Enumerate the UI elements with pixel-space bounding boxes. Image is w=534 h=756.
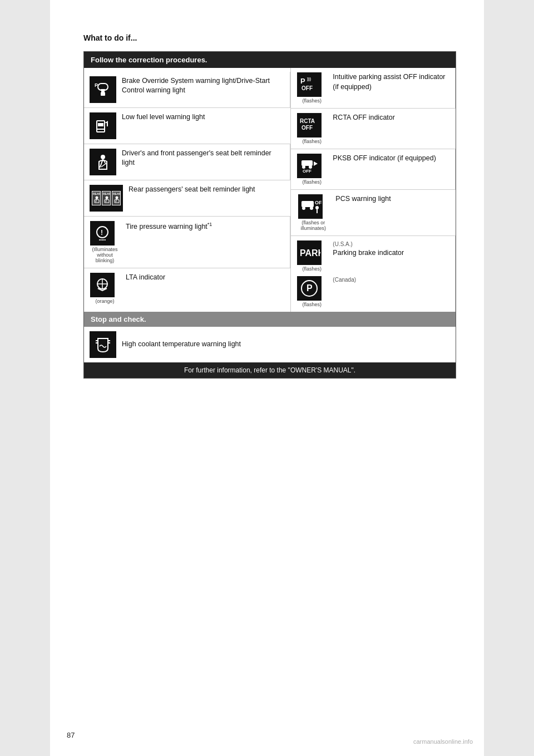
rcta-off-icon-group: RCTA OFF (flashes) [296,113,327,144]
table-header-row: Follow the correction procedures. [84,52,456,68]
pcs-icon-group: OFF (flashes or illuminates) [296,194,330,231]
svg-text:•••••: ••••• [98,238,106,242]
svg-point-11 [101,155,105,159]
list-item: Driver's and front passenger's seat belt… [84,144,290,180]
park-off-text: Intuitive parking assist OFF indicator (… [333,72,449,92]
svg-point-38 [310,207,313,210]
list-item: P Brake Override System warning light/Dr… [84,72,290,108]
table-body-row: P Brake Override System warning light/Dr… [84,68,456,312]
svg-text:P: P [306,283,313,293]
park-canada-icon: P [297,276,322,301]
brake-override-icon: P [90,76,116,103]
svg-rect-31 [301,160,313,166]
park-usa-note: (flashes) [296,266,327,272]
list-item: High coolant temperature warning light [84,327,456,362]
watermark: carmanualsonline.info [413,738,473,745]
pksb-text: PKSB OFF indicator (if equipped) [333,154,436,164]
coolant-text: High coolant temperature warning light [122,340,241,350]
svg-rect-36 [301,201,314,207]
list-item: REAR REAR REAR [84,180,290,217]
list-item: (orange) LTA indicator [84,268,290,308]
table-footer: For further information, refer to the "O… [84,362,456,379]
pksb-off-icon-group: OFF (flashes) [296,154,327,185]
coolant-icon [90,331,116,358]
pksb-off-icon: OFF [297,154,322,178]
stop-check-row: Stop and check. [84,312,456,327]
park-canada-note: (flashes) [296,302,327,307]
park-canada-icon-group: P (flashes) [296,276,327,307]
svg-text:P: P [95,82,98,88]
rear-seatbelt-icon: REAR REAR REAR [90,185,123,212]
svg-point-40 [315,206,319,209]
pcs-text: PCS warning light [335,194,390,204]
seatbelt-icon [90,149,116,175]
list-item: OFF (flashes) PKSB OFF indicator (if equ… [291,149,456,190]
pcs-icon: OFF [298,194,323,219]
tpms-icon-group: ! ••••• (Illuminates without blinking) [90,221,120,263]
park-off-note: (flashes) [296,98,327,104]
fuel-text: Low fuel level warning light [122,112,205,122]
table-footer-row: For further information, refer to the "O… [84,362,456,379]
fuel-icon [90,112,116,139]
stop-check-label: Stop and check. [84,312,456,327]
list-item: OFF (flashes or illuminates) PCS warning… [291,190,456,236]
pcs-note: (flashes or illuminates) [296,220,330,231]
park-usa-text: (U.S.A.) Parking brake indicator [333,240,404,258]
main-table: Follow the correction procedures. [83,51,456,379]
rcta-text: RCTA OFF indicator [333,113,395,123]
park-canada-text: (Canada) [333,276,356,284]
section-title: What to do if... [83,33,456,42]
page: What to do if... Follow the correction p… [50,0,484,756]
rcta-note: (flashes) [296,139,327,144]
lta-note: (orange) [90,298,120,304]
svg-text:))): ))) [307,77,311,81]
svg-text:P: P [300,77,305,85]
list-item: RCTA OFF (flashes) RCTA OFF indicator [291,109,456,149]
svg-text:OFF: OFF [301,125,313,131]
lta-text: LTA indicator [126,273,165,283]
park-off-icon: P ))) OFF [297,72,322,97]
park-usa-icon: PARK [297,240,322,265]
svg-rect-3 [100,91,101,92]
seatbelt-text: Driver's and front passenger's seat belt… [122,149,284,168]
svg-point-14 [116,196,118,199]
lta-icon-group: (orange) [90,273,120,304]
list-item: ! ••••• (Illuminates without blinking) T… [84,217,290,268]
list-item: Low fuel level warning light [84,108,290,144]
svg-text:PARK: PARK [300,248,320,258]
svg-rect-47 [91,333,115,356]
svg-text:RCTA: RCTA [300,118,315,124]
brake-override-text: Brake Override System warning light/Driv… [122,76,284,96]
tpms-icon: ! ••••• [90,221,115,246]
lta-icon [90,273,115,297]
park-usa-icon-group: PARK (flashes) [296,240,327,272]
svg-text:!: ! [101,229,103,237]
svg-rect-4 [105,91,106,92]
list-item: PARK (flashes) (U.S.A.) Parking brake in… [291,236,456,312]
pksb-note: (flashes) [296,179,327,185]
svg-rect-8 [98,123,103,126]
svg-text:OFF: OFF [315,200,322,205]
rcta-off-icon: RCTA OFF [297,113,322,138]
table-header: Follow the correction procedures. [84,52,456,68]
list-item: P ))) OFF (flashes) Intuitive parking as… [291,68,456,109]
rear-seatbelt-text: Rear passengers' seat belt reminder ligh… [128,185,255,195]
svg-text:OFF: OFF [303,169,312,174]
svg-point-37 [302,207,305,210]
tpms-note: (Illuminates without blinking) [90,247,120,263]
svg-rect-2 [101,89,105,96]
park-off-icon-group: P ))) OFF (flashes) [296,72,327,104]
svg-point-12 [96,196,98,199]
svg-text:OFF: OFF [301,85,313,91]
svg-point-13 [106,196,108,199]
coolant-row: High coolant temperature warning light [84,327,456,362]
tpms-text: Tire pressure warning light*1 [126,221,212,232]
page-number: 87 [67,731,75,739]
